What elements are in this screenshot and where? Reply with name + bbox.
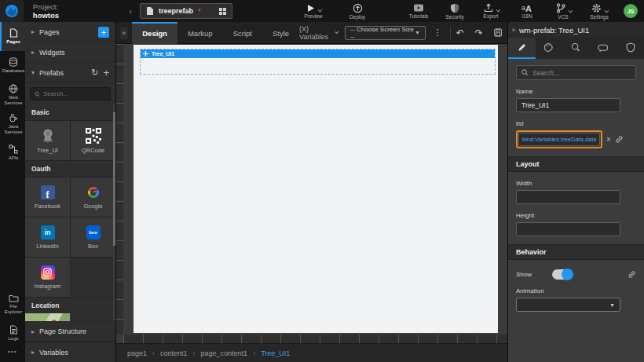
security-shield-icon xyxy=(450,3,459,13)
deploy-button[interactable]: Deploy xyxy=(346,3,369,20)
widget-selection-bar[interactable]: Tree_UI1 xyxy=(141,49,495,58)
tab-properties[interactable] xyxy=(508,38,536,59)
prefab-tile-tree-ui[interactable]: Tree_UI xyxy=(25,121,70,160)
section-widgets[interactable]: ▸ Widgets xyxy=(25,42,115,63)
redo-button[interactable]: ↷ xyxy=(475,27,483,38)
section-prefabs[interactable]: ▾ Prefabs ↻ + xyxy=(25,63,115,83)
screen-size-select[interactable]: -- Choose Screen Size -- ▼ xyxy=(345,26,425,40)
width-input[interactable] xyxy=(516,190,620,204)
page-canvas[interactable]: Tree_UI1 xyxy=(134,45,498,333)
list-bind-input[interactable] xyxy=(518,133,600,146)
prefab-search-input[interactable] xyxy=(43,90,106,97)
list-bind-row: × xyxy=(516,130,636,148)
tab-inspect[interactable] xyxy=(562,38,590,59)
user-avatar[interactable]: JS xyxy=(624,4,638,18)
caret-right-icon: ▸ xyxy=(31,349,35,356)
rail-item-file-explorer[interactable]: File Explorer xyxy=(0,290,25,319)
rail-more-icon[interactable]: ••• xyxy=(0,348,25,362)
open-page-tab[interactable]: treeprefab * xyxy=(140,3,232,19)
dashboard-grid-icon[interactable] xyxy=(219,8,226,15)
breadcrumb-tree-ui1[interactable]: Tree_UI1 xyxy=(261,349,290,357)
section-page-structure[interactable]: ▸ Page Structure xyxy=(25,321,115,342)
collapse-right-panel-button[interactable]: » xyxy=(508,26,519,34)
caret-down-icon xyxy=(605,8,609,13)
message-bubble-icon xyxy=(598,43,609,53)
export-button[interactable]: Export xyxy=(479,3,503,19)
caret-right-icon: ▸ xyxy=(31,328,35,335)
variables-dropdown-label: {X} Variables xyxy=(299,25,330,41)
group-header-oauth: Oauth xyxy=(25,161,115,177)
security-button[interactable]: Security xyxy=(443,3,467,20)
prefab-tile-instagram[interactable]: Instagram xyxy=(25,258,70,297)
breadcrumb-page1[interactable]: page1 xyxy=(127,349,147,357)
palette-icon xyxy=(543,42,554,53)
height-input[interactable] xyxy=(516,222,620,236)
name-input[interactable] xyxy=(516,98,620,112)
selected-widget-tree-ui[interactable]: Tree_UI1 xyxy=(140,49,496,75)
prefab-search-row xyxy=(25,83,115,104)
undo-button[interactable]: ↶ xyxy=(456,27,464,38)
rail-item-databases[interactable]: Databases xyxy=(0,51,25,80)
move-handle-icon[interactable] xyxy=(143,51,148,57)
tab-security[interactable] xyxy=(617,38,644,59)
breadcrumb-page-content1[interactable]: page_content1 xyxy=(201,349,248,357)
canvas-column: « Design Markup Script Style {X} Variabl… xyxy=(116,22,508,362)
properties-panel: » wm-prefab: Tree_UI1 xyxy=(508,22,644,362)
tab-styles[interactable] xyxy=(536,38,563,59)
breadcrumb-chevron-icon: › xyxy=(129,6,132,16)
clear-bind-icon[interactable]: × xyxy=(606,135,611,144)
tile-label: Facebook xyxy=(35,203,60,210)
video-tutorials-icon xyxy=(413,3,424,13)
rail-item-java-services[interactable]: Java Services xyxy=(0,109,25,138)
horizontal-ruler xyxy=(123,335,507,343)
variables-dropdown[interactable]: {X} Variables xyxy=(299,25,337,41)
collapse-left-panel-button[interactable]: « xyxy=(120,27,128,39)
wavemaker-logo-icon xyxy=(5,4,19,18)
panel-scrollbar[interactable] xyxy=(113,104,115,321)
breadcrumb-content1[interactable]: content1 xyxy=(160,349,188,357)
prefab-tile-box[interactable]: box Box xyxy=(71,218,115,257)
tab-markup[interactable]: Markup xyxy=(177,22,223,44)
more-options-icon[interactable]: ⋮ xyxy=(434,27,442,38)
tab-messages[interactable] xyxy=(590,38,617,59)
tab-design[interactable]: Design xyxy=(132,22,177,44)
tab-style[interactable]: Style xyxy=(262,22,299,44)
vcs-button[interactable]: VCS xyxy=(551,3,575,20)
screen-size-value: -- Choose Screen Size -- xyxy=(350,26,414,40)
rail-item-web-services[interactable]: Web Services xyxy=(0,80,25,109)
prefab-tile-linkedin[interactable]: in LinkedIn xyxy=(25,218,70,257)
i18n-label: i18N xyxy=(521,13,532,19)
settings-button[interactable]: Settings xyxy=(587,3,611,20)
i18n-button[interactable]: a A i18N xyxy=(515,3,539,19)
google-icon xyxy=(86,185,101,199)
add-page-button[interactable]: + xyxy=(98,27,109,38)
rail-label: File Explorer xyxy=(2,304,25,314)
save-button[interactable] xyxy=(494,27,502,38)
wavemaker-ide: Project: howtos › treeprefab * Preview D… xyxy=(0,0,644,362)
preview-button[interactable]: Preview xyxy=(302,4,325,19)
section-variables[interactable]: ▸ Variables xyxy=(25,342,115,362)
project-name: howtos xyxy=(33,11,59,20)
prefab-tile-location[interactable] xyxy=(25,313,70,321)
show-toggle[interactable] xyxy=(552,269,573,280)
add-prefab-icon[interactable]: + xyxy=(103,67,109,79)
prefab-tile-google[interactable]: Google xyxy=(71,177,115,217)
bind-link-icon[interactable] xyxy=(615,135,624,144)
section-pages[interactable]: ▸ Pages + xyxy=(25,22,115,42)
prefab-tile-facebook[interactable]: f Facebook xyxy=(25,177,70,217)
tutorials-button[interactable]: Tutorials xyxy=(407,3,430,19)
coffee-cup-icon xyxy=(9,113,18,122)
height-label: Height xyxy=(516,212,636,219)
toolbar-divider xyxy=(450,26,451,40)
tab-script[interactable]: Script xyxy=(223,22,262,44)
wavemaker-logo[interactable] xyxy=(0,0,24,22)
property-search-input[interactable] xyxy=(532,69,619,77)
bind-link-icon[interactable] xyxy=(628,270,636,279)
refresh-prefabs-icon[interactable]: ↻ xyxy=(91,68,98,78)
rail-item-apis[interactable]: APIs xyxy=(0,138,25,167)
animation-select[interactable]: ▼ xyxy=(516,298,620,312)
rail-item-logs[interactable]: Logs xyxy=(0,319,25,348)
widget-body[interactable] xyxy=(141,58,495,74)
prefab-tile-qrcode[interactable]: QRCode xyxy=(71,121,115,160)
rail-item-pages[interactable]: Pages xyxy=(0,22,25,51)
